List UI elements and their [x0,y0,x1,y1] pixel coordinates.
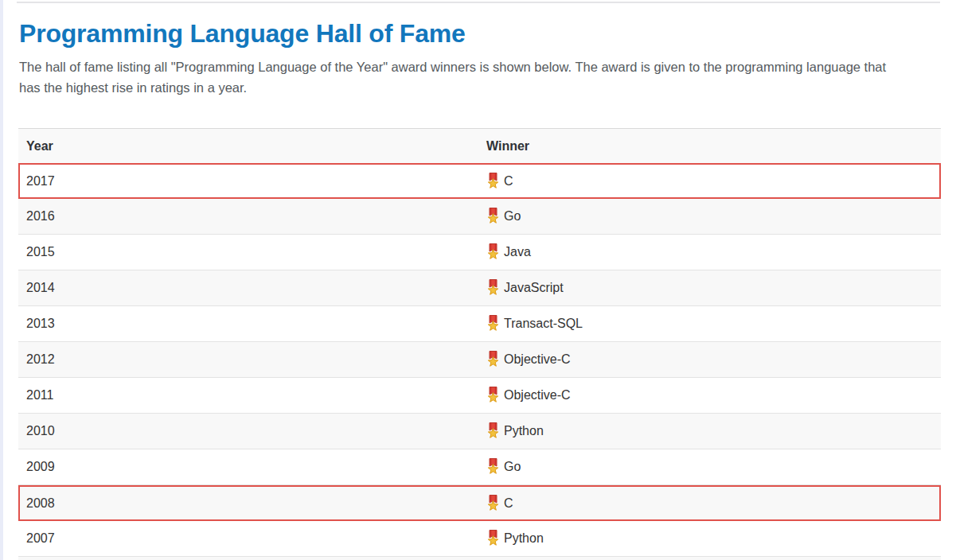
table-row: 2016 Go [18,199,941,235]
winner-cell: Objective-C [478,387,571,404]
table-row: 2011 Objective-C [18,378,941,414]
year-cell: 2016 [18,209,478,224]
year-cell: 2014 [18,281,478,295]
table-row: 2017 C [18,163,941,199]
table-row: 2013 Transact-SQL [18,306,941,342]
military-medal-icon [486,458,500,476]
winner-name: Java [504,245,531,259]
winner-cell: C [480,173,513,190]
winner-cell: Objective-C [478,351,571,368]
year-cell: 2015 [18,245,478,259]
column-header-year: Year [18,139,478,154]
year-cell: 2017 [20,174,480,189]
table-row: 2009 Go [18,449,941,485]
winner-cell: C [480,495,513,512]
winner-cell: Go [478,208,521,225]
military-medal-icon [486,208,500,225]
top-divider-line [17,2,940,3]
military-medal-icon [486,279,500,297]
winner-name: JavaScript [504,281,564,295]
winner-cell: Java [478,243,531,261]
winner-name: Go [504,460,521,474]
winner-name: Python [504,531,544,546]
column-header-winner: Winner [478,139,529,154]
military-medal-icon [486,351,500,368]
page-title: Programming Language Hall of Fame [19,19,466,49]
military-medal-icon [486,422,500,440]
table-row: 2010 Python [18,414,941,449]
winner-name: C [504,174,513,189]
military-medal-icon [486,387,500,404]
winner-name: Objective-C [504,352,571,367]
winner-name: Transact-SQL [504,317,583,331]
table-row: 2008 C [18,485,941,521]
year-cell: 2010 [18,424,478,438]
year-cell: 2008 [20,496,480,511]
winner-cell: Python [478,422,544,440]
military-medal-icon [486,315,500,332]
table-row: 2012 Objective-C [18,342,941,378]
table-row: 2015 Java [18,235,941,270]
winner-name: Objective-C [504,388,571,402]
winner-cell: JavaScript [478,279,564,297]
year-cell: 2013 [18,317,478,331]
description-line-2: has the highest rise in ratings in a yea… [19,80,247,95]
year-cell: 2011 [18,388,478,402]
winner-cell: Go [478,458,521,476]
winner-cell: Python [478,530,544,547]
left-scrollbar-strip [0,0,3,560]
year-cell: 2007 [18,531,478,546]
winner-name: C [504,496,513,511]
page-description: The hall of fame listing all "Programmin… [19,56,941,98]
military-medal-icon [486,173,500,190]
table-row: 2014 JavaScript [18,270,941,306]
year-cell: 2012 [18,352,478,367]
military-medal-icon [486,243,500,261]
table-row-partial [18,557,941,560]
winner-name: Go [504,209,521,224]
winner-name: Python [504,424,544,438]
table-row: 2007 Python [18,521,941,557]
table-body: 2017 C 2016 Go 2015 [18,163,941,557]
description-line-1: The hall of fame listing all "Programmin… [19,60,886,74]
table-header-row: Year Winner [18,128,941,163]
hall-of-fame-table: Year Winner 2017 C 2016 [18,128,941,560]
year-cell: 2009 [18,460,478,474]
winner-cell: Transact-SQL [478,315,583,332]
military-medal-icon [486,530,500,547]
military-medal-icon [486,495,500,512]
